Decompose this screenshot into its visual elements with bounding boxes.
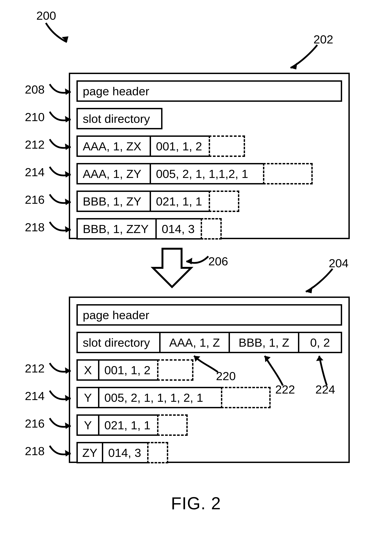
top-row-218: BBB, 1, ZZY 014, 3 xyxy=(76,218,222,239)
row-val: 001, 1, 2 xyxy=(98,359,159,381)
bottom-row-214: Y 005, 2, 1, 1, 1, 2, 1 xyxy=(76,387,271,408)
row-slack xyxy=(157,359,193,381)
ref-210: 210 xyxy=(25,110,45,124)
ref-208: 208 xyxy=(25,83,45,96)
top-row-214: AAA, 1, ZY 005, 2, 1, 1,1,2, 1 xyxy=(76,163,313,184)
bottom-row-218: ZY 014, 3 xyxy=(76,442,168,463)
row-slack xyxy=(147,442,168,463)
row-slack xyxy=(263,163,313,184)
ptr-210 xyxy=(48,110,76,127)
row-slack xyxy=(157,414,188,436)
row-key: AAA, 1, ZX xyxy=(76,135,151,157)
ref-218: 218 xyxy=(25,220,45,234)
row-key: BBB, 1, ZY xyxy=(76,190,151,212)
bottom-slot-directory-row: slot directory AAA, 1, Z BBB, 1, Z 0, 2 xyxy=(76,332,342,353)
row-val: 021, 1, 1 xyxy=(98,414,159,436)
ptr-222 xyxy=(262,353,290,388)
row-slack xyxy=(221,387,271,408)
ref-216b: 216 xyxy=(25,417,45,430)
ref-206: 206 xyxy=(208,254,228,268)
ref-214: 214 xyxy=(25,165,45,179)
ptr-224 xyxy=(313,353,336,388)
ptr-216t xyxy=(48,192,76,210)
figure-caption: FIG. 2 xyxy=(0,494,392,513)
ref-200: 200 xyxy=(36,9,56,22)
pointer-204 xyxy=(302,267,340,300)
ref-214b: 214 xyxy=(25,389,45,403)
row-slack xyxy=(209,135,245,157)
row-val: 014, 3 xyxy=(155,218,202,239)
ptr-216b xyxy=(48,416,76,433)
row-key: BBB, 1, ZZY xyxy=(76,218,157,239)
dir-entry-224: 0, 2 xyxy=(298,332,342,353)
row-key: Y xyxy=(76,414,99,436)
ptr-212b xyxy=(48,361,76,378)
row-val: 021, 1, 1 xyxy=(150,190,210,212)
figure-page: 200 202 page header slot directory AAA, … xyxy=(0,0,392,533)
bottom-slot-directory: slot directory xyxy=(76,332,161,353)
row-val: 005, 2, 1, 1, 1, 2, 1 xyxy=(98,387,222,408)
dir-entry-220: AAA, 1, Z xyxy=(159,332,230,353)
ptr-218t xyxy=(48,220,76,237)
top-page-header: page header xyxy=(76,80,342,102)
row-key: X xyxy=(76,359,99,381)
ptr-214b xyxy=(48,389,76,406)
top-slot-directory: slot directory xyxy=(76,108,163,129)
bottom-page-header-row: page header xyxy=(76,304,342,326)
ptr-214t xyxy=(48,165,76,182)
ptr-212t xyxy=(48,137,76,155)
ref-212b: 212 xyxy=(25,362,45,375)
ref-218b: 218 xyxy=(25,444,45,458)
top-row-212: AAA, 1, ZX 001, 1, 2 xyxy=(76,135,245,157)
ref-212: 212 xyxy=(25,138,45,151)
ref-216: 216 xyxy=(25,193,45,206)
row-slack xyxy=(209,190,239,212)
pointer-202 xyxy=(287,43,325,76)
ptr-218b xyxy=(48,444,76,461)
row-val: 005, 2, 1, 1,1,2, 1 xyxy=(150,163,264,184)
row-slack xyxy=(201,218,222,239)
ptr-208 xyxy=(48,82,76,100)
row-val: 014, 3 xyxy=(102,442,149,463)
dir-entry-222: BBB, 1, Z xyxy=(229,332,299,353)
ptr-220 xyxy=(191,353,224,376)
pointer-200 xyxy=(42,21,80,48)
top-row-216: BBB, 1, ZY 021, 1, 1 xyxy=(76,190,239,212)
bottom-row-212: X 001, 1, 2 xyxy=(76,359,193,381)
row-val: 001, 1, 2 xyxy=(150,135,210,157)
top-page-header-row: page header xyxy=(76,80,342,102)
row-key: ZY xyxy=(76,442,103,463)
row-key: AAA, 1, ZY xyxy=(76,163,151,184)
bottom-row-216: Y 021, 1, 1 xyxy=(76,414,188,436)
ptr-206 xyxy=(183,252,211,271)
bottom-page-header: page header xyxy=(76,304,342,326)
row-key: Y xyxy=(76,387,99,408)
top-slot-directory-row: slot directory xyxy=(76,108,163,129)
